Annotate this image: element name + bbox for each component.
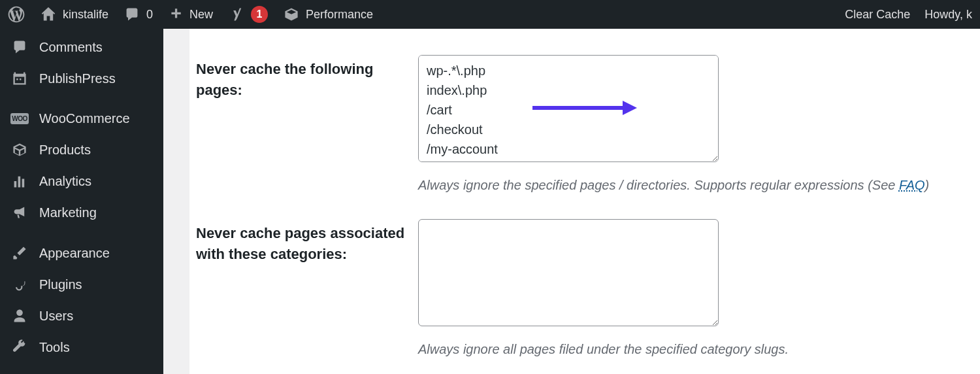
howdy-label: Howdy, k [924, 8, 972, 22]
never-cache-categories-label: Never cache pages associated with these … [196, 219, 418, 265]
sidebar-item-plugins[interactable]: Plugins [0, 269, 163, 300]
never-cache-categories-row: Never cache pages associated with these … [196, 219, 973, 357]
yoast-notification-badge: 1 [251, 6, 268, 23]
admin-sidebar: Comments PublishPress WOO WooCommerce Pr… [0, 29, 163, 374]
never-cache-pages-textarea[interactable] [418, 55, 719, 162]
sidebar-item-label: Tools [39, 340, 70, 355]
site-name-label: kinstalife [63, 8, 108, 22]
calendar-icon [10, 71, 29, 86]
faq-link[interactable]: FAQ [899, 178, 925, 192]
paintbrush-icon [10, 245, 29, 261]
sidebar-item-publishpress[interactable]: PublishPress [0, 63, 163, 94]
user-icon [10, 308, 29, 324]
sidebar-item-appearance[interactable]: Appearance [0, 237, 163, 269]
sidebar-item-tools[interactable]: Tools [0, 332, 163, 363]
never-cache-pages-label: Never cache the following pages: [196, 55, 418, 101]
sidebar-item-analytics[interactable]: Analytics [0, 165, 163, 197]
sidebar-item-label: Users [39, 309, 73, 324]
yoast-icon [229, 7, 244, 22]
wordpress-logo-icon [8, 6, 25, 23]
performance-button[interactable]: Performance [276, 0, 381, 29]
yoast-button[interactable]: 1 [221, 0, 276, 29]
new-content-button[interactable]: New [161, 0, 221, 29]
sidebar-item-label: Products [39, 143, 91, 158]
sidebar-item-woocommerce[interactable]: WOO WooCommerce [0, 103, 163, 134]
comments-icon [10, 39, 29, 55]
wrench-icon [10, 339, 29, 355]
comments-bubble-icon [124, 7, 140, 22]
sidebar-item-products[interactable]: Products [0, 134, 163, 165]
howdy-user-menu[interactable]: Howdy, k [924, 0, 972, 29]
box-icon [10, 142, 29, 158]
woo-icon: WOO [10, 113, 29, 124]
never-cache-pages-row: Never cache the following pages: Always … [196, 55, 973, 193]
sidebar-item-label: PublishPress [39, 71, 116, 86]
sidebar-item-label: WooCommerce [39, 111, 130, 126]
performance-label: Performance [306, 8, 373, 22]
plug-icon [10, 277, 29, 292]
settings-panel: Never cache the following pages: Always … [189, 29, 980, 374]
sidebar-item-label: Analytics [39, 174, 91, 189]
sidebar-item-label: Comments [39, 40, 103, 55]
sidebar-item-comments[interactable]: Comments [0, 31, 163, 63]
wp-logo-button[interactable] [0, 0, 33, 29]
clear-cache-label: Clear Cache [845, 8, 910, 22]
never-cache-categories-help: Always ignore all pages filed under the … [418, 342, 973, 357]
never-cache-pages-help: Always ignore the specified pages / dire… [418, 178, 973, 193]
clear-cache-button[interactable]: Clear Cache [845, 0, 910, 29]
megaphone-icon [10, 205, 29, 220]
never-cache-categories-textarea[interactable] [418, 219, 719, 326]
plus-icon [169, 7, 183, 22]
performance-box-icon [284, 7, 299, 22]
sidebar-item-label: Plugins [39, 277, 82, 292]
wp-admin-bar: kinstalife 0 New 1 Performance [0, 0, 980, 29]
sidebar-item-label: Appearance [39, 246, 110, 261]
sidebar-item-label: Marketing [39, 205, 97, 220]
comments-link[interactable]: 0 [116, 0, 161, 29]
bar-chart-icon [10, 173, 29, 189]
site-home-link[interactable]: kinstalife [33, 0, 116, 29]
comments-count-label: 0 [146, 8, 153, 22]
home-icon [41, 7, 56, 22]
sidebar-item-users[interactable]: Users [0, 300, 163, 332]
sidebar-item-marketing[interactable]: Marketing [0, 197, 163, 228]
new-content-label: New [189, 8, 213, 22]
main-content: Never cache the following pages: Always … [163, 29, 980, 374]
